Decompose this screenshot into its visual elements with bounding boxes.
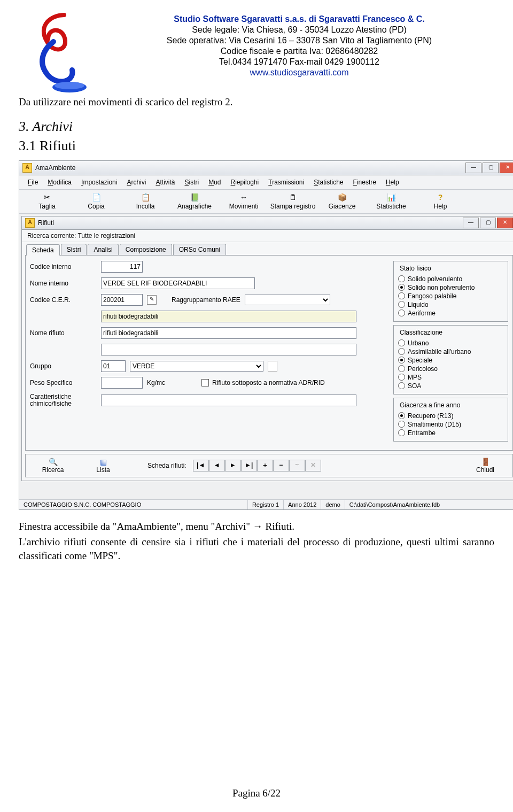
tab-sistri[interactable]: Sistri <box>61 244 87 255</box>
website-link: www.studiosgaravatti.com <box>104 67 494 78</box>
nav-add[interactable]: ＋ <box>257 460 273 471</box>
caratt-input[interactable] <box>101 395 356 406</box>
codice-cer-label: Codice C.E.R. <box>30 296 97 304</box>
menu-mud[interactable]: Mud <box>205 177 224 187</box>
paste-icon: 📋 <box>121 193 170 203</box>
scheda-rifiuti-label: Scheda rifiuti: <box>147 462 186 469</box>
sub-app-icon: A <box>25 218 35 228</box>
help-icon: ? <box>416 193 465 203</box>
close-button[interactable]: ✕ <box>500 163 513 173</box>
menu-trasmissioni[interactable]: Trasmissioni <box>265 177 307 187</box>
status-registro: Registro 1 <box>248 500 284 509</box>
status-azienda: COMPOSTAGGIO S.N.C. COMPOSTAGGIO <box>19 500 248 509</box>
maximize-button[interactable]: ▢ <box>483 163 499 173</box>
cl-opt-0[interactable]: Urbano <box>398 339 503 347</box>
nome-interno-label: Nome interno <box>30 280 97 287</box>
door-icon: 🚪 <box>463 458 507 466</box>
sf-opt-3[interactable]: Liquido <box>398 301 503 308</box>
tbtn-help[interactable]: ?Help <box>416 192 465 211</box>
caratt-label: Caratteristiche chimico/fisiche <box>30 393 97 407</box>
sub-close-button[interactable]: ✕ <box>497 218 513 228</box>
tab-analisi[interactable]: Analisi <box>88 244 118 255</box>
codice-cer-input[interactable] <box>101 294 143 306</box>
status-user: demo <box>321 500 345 509</box>
tbtn-taglia[interactable]: ✂Taglia <box>22 192 72 211</box>
peso-input[interactable] <box>101 377 143 389</box>
raggruppamento-select[interactable] <box>245 295 330 305</box>
menu-help[interactable]: Help <box>383 177 402 187</box>
book-icon: 📗 <box>170 193 219 203</box>
statusbar: COMPOSTAGGIO S.N.C. COMPOSTAGGIO Registr… <box>19 499 513 509</box>
nav-last[interactable]: ►| <box>241 460 257 471</box>
sub-window: A Rifiuti — ▢ ✕ Ricerca corrente: Tutte … <box>21 216 513 481</box>
tbtn-copia[interactable]: 📄Copia <box>72 192 121 211</box>
tab-scheda[interactable]: Scheda <box>26 244 60 256</box>
classificazione-group: Classificazione Urbano Assimilabile all'… <box>393 325 508 395</box>
cl-opt-1[interactable]: Assimilabile all'urbano <box>398 348 503 355</box>
nav-cancel: ✕ <box>305 460 321 471</box>
adr-checkbox[interactable] <box>201 379 209 386</box>
nome-rifiuto-input-2[interactable] <box>101 344 356 355</box>
nome-rifiuto-input[interactable] <box>101 327 356 339</box>
codice-interno-input[interactable] <box>101 261 143 273</box>
ricerca-button[interactable]: 🔍 Ricerca <box>31 458 75 474</box>
menu-statistiche[interactable]: Statistiche <box>310 177 346 187</box>
sf-opt-4[interactable]: Aeriforme <box>398 310 503 317</box>
cer-lookup-icon[interactable]: ✎ <box>147 295 157 305</box>
cl-opt-2[interactable]: Speciale <box>398 357 503 364</box>
stato-fisico-group: Stato fisico Solido polverulento Solido … <box>393 261 508 322</box>
tab-composizione[interactable]: Composizione <box>120 244 172 255</box>
main-title: AmaAmbiente <box>35 164 75 172</box>
gf-opt-0[interactable]: Recupero (R13) <box>398 412 503 420</box>
menu-attivita[interactable]: Attività <box>152 177 178 187</box>
nav-first[interactable]: |◄ <box>193 460 209 471</box>
stock-icon: 📦 <box>317 193 367 203</box>
cl-opt-3[interactable]: Pericoloso <box>398 365 503 373</box>
tabs: Scheda Sistri Analisi Composizione ORSo … <box>22 242 513 255</box>
chiudi-button[interactable]: 🚪 Chiudi <box>463 458 507 474</box>
nav-next[interactable]: ► <box>225 460 241 471</box>
minimize-button[interactable]: — <box>465 163 481 173</box>
menu-sistri[interactable]: Sistri <box>181 177 202 187</box>
cl-opt-4[interactable]: MPS <box>398 374 503 381</box>
sf-opt-1[interactable]: Solido non polverulento <box>398 284 503 291</box>
tbtn-stampa[interactable]: 🗒Stampa registro <box>268 192 317 211</box>
search-current: Ricerca corrente: Tutte le registrazioni <box>22 230 513 242</box>
gf-opt-1[interactable]: Smaltimento (D15) <box>398 421 503 428</box>
cl-opt-5[interactable]: SOA <box>398 382 503 390</box>
menu-finestre[interactable]: Finestre <box>350 177 379 187</box>
company-info: Studio Software Sgaravatti s.a.s. di Sga… <box>104 10 494 78</box>
tbtn-statistiche[interactable]: 📊Statistiche <box>367 192 416 211</box>
sub-minimize-button[interactable]: — <box>463 218 479 228</box>
new-doc-icon[interactable] <box>268 361 277 372</box>
menu-modifica[interactable]: Modifica <box>44 177 75 187</box>
menu-file[interactable]: File <box>25 177 41 187</box>
sf-opt-2[interactable]: Fangoso palabile <box>398 292 503 300</box>
app-icon: A <box>22 163 32 173</box>
nav-prev[interactable]: ◄ <box>209 460 225 471</box>
tbtn-incolla[interactable]: 📋Incolla <box>121 192 170 211</box>
after-para-2: L'archivio rifiuti consente di censire s… <box>19 535 494 562</box>
sf-opt-0[interactable]: Solido polverulento <box>398 275 503 283</box>
nav-confirm: ~ <box>289 460 305 471</box>
gruppo-code-input[interactable] <box>101 360 126 372</box>
gruppo-select[interactable]: VERDE <box>130 361 263 372</box>
menu-impostazioni[interactable]: Impostazioni <box>78 177 120 187</box>
tbtn-anagrafiche[interactable]: 📗Anagrafiche <box>170 192 219 211</box>
gf-opt-2[interactable]: Entrambe <box>398 429 503 437</box>
status-dbpath: C:\dati\Compost\AmaAmbiente.fdb <box>345 500 513 509</box>
nav-delete[interactable]: − <box>273 460 289 471</box>
codice-interno-label: Codice interno <box>30 263 97 270</box>
tbtn-movimenti[interactable]: ↔Movimenti <box>219 192 268 211</box>
nome-interno-input[interactable] <box>101 277 255 289</box>
sub-maximize-button[interactable]: ▢ <box>480 218 496 228</box>
giacenza-group: Giacenza a fine anno Recupero (R13) Smal… <box>393 398 508 442</box>
lista-button[interactable]: ▦ Lista <box>81 458 125 474</box>
page-header: Studio Software Sgaravatti s.a.s. di Sga… <box>19 10 494 95</box>
sub-title-text: Rifiuti <box>38 219 54 227</box>
tab-orso[interactable]: ORSo Comuni <box>173 244 226 255</box>
menu-archivi[interactable]: Archivi <box>123 177 149 187</box>
record-nav: 🔍 Ricerca ▦ Lista Scheda rifiuti: |◄ ◄ ►… <box>25 454 513 477</box>
tbtn-giacenze[interactable]: 📦Giacenze <box>317 192 367 211</box>
menu-riepiloghi[interactable]: Riepiloghi <box>228 177 262 187</box>
